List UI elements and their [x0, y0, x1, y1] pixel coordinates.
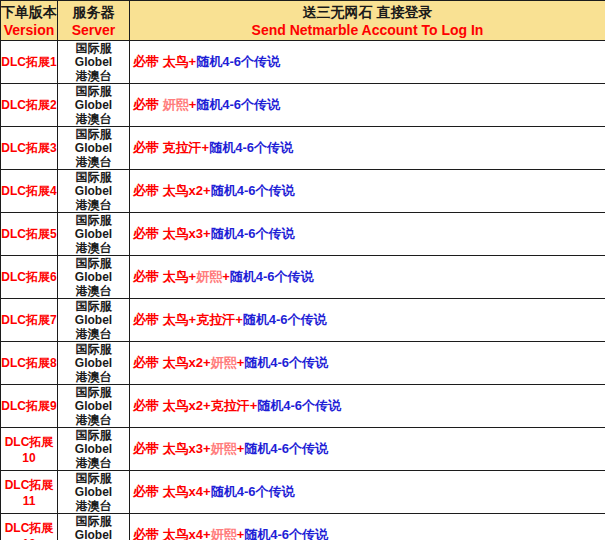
server-line2: 港澳台	[58, 413, 129, 427]
offer-cell: 必带 太鸟x4+随机4-6个传说	[130, 471, 605, 514]
server-line1: 国际服Globel	[58, 256, 129, 284]
server-line2: 港澳台	[58, 198, 129, 212]
version-cell: DLC拓展1	[1, 41, 58, 84]
version-cell: DLC拓展7	[1, 299, 58, 342]
offer-cell: 必带 妍熙+随机4-6个传说	[130, 84, 605, 127]
offer-cell: 必带 太鸟x2+克拉汗+随机4-6个传说	[130, 385, 605, 428]
table-row: DLC拓展12 国际服Globel 港澳台 必带 太鸟x4+妍熙+随机4-6个传…	[1, 514, 605, 540]
server-line1: 国际服Globel	[58, 471, 129, 499]
offer-cell: 必带 太鸟x3+妍熙+随机4-6个传说	[130, 428, 605, 471]
offer-segment: 随机4-6个传说	[211, 183, 295, 198]
table-row: DLC拓展8 国际服Globel 港澳台 必带 太鸟x2+妍熙+随机4-6个传说	[1, 342, 605, 385]
offer-segment: 随机4-6个传说	[196, 54, 280, 69]
server-cell: 国际服Globel 港澳台	[58, 256, 130, 299]
offer-cell: 必带 太鸟+妍熙+随机4-6个传说	[130, 256, 605, 299]
offer-segment: 妍熙	[211, 527, 237, 540]
server-cell: 国际服Globel 港澳台	[58, 84, 130, 127]
header-server-cn: 服务器	[58, 3, 129, 21]
server-line2: 港澳台	[58, 69, 129, 83]
version-cell: DLC拓展6	[1, 256, 58, 299]
version-cell: DLC拓展8	[1, 342, 58, 385]
offer-segment: 必带 太鸟x4+	[133, 484, 211, 499]
offer-segment: 随机4-6个传说	[209, 140, 293, 155]
table-row: DLC拓展7 国际服Globel 港澳台 必带 太鸟+克拉汗+随机4-6个传说	[1, 299, 605, 342]
offer-cell: 必带 太鸟x2+妍熙+随机4-6个传说	[130, 342, 605, 385]
server-cell: 国际服Globel 港澳台	[58, 213, 130, 256]
server-line1: 国际服Globel	[58, 514, 129, 540]
dlc-offer-table: 下单版本 Version 服务器 Server 送三无网石 直接登录 Send …	[0, 0, 605, 540]
header-offer-en: Send Netmarble Account To Log In	[130, 21, 605, 39]
server-line2: 港澳台	[58, 155, 129, 169]
server-line2: 港澳台	[58, 456, 129, 470]
offer-segment: 随机4-6个传说	[211, 484, 295, 499]
offer-segment: 随机4-6个传说	[244, 527, 328, 540]
table-row: DLC拓展5 国际服Globel 港澳台 必带 太鸟x3+随机4-6个传说	[1, 213, 605, 256]
offer-segment: 必带 太鸟+克拉汗+	[133, 312, 243, 327]
server-line1: 国际服Globel	[58, 170, 129, 198]
offer-segment: 妍熙	[211, 355, 237, 370]
server-line2: 港澳台	[58, 370, 129, 384]
table-row: DLC拓展1 国际服Globel 港澳台 必带 太鸟+随机4-6个传说	[1, 41, 605, 84]
offer-cell: 必带 太鸟x2+随机4-6个传说	[130, 170, 605, 213]
offer-segment: 妍熙	[163, 97, 189, 112]
offer-segment: +	[222, 269, 230, 284]
server-cell: 国际服Globel 港澳台	[58, 170, 130, 213]
server-line2: 港澳台	[58, 327, 129, 341]
offer-segment: 必带 太鸟x2+	[133, 183, 211, 198]
version-cell: DLC拓展4	[1, 170, 58, 213]
offer-cell: 必带 太鸟+随机4-6个传说	[130, 41, 605, 84]
header-server-en: Server	[58, 21, 129, 39]
version-cell: DLC拓展11	[1, 471, 58, 514]
version-cell: DLC拓展3	[1, 127, 58, 170]
server-line1: 国际服Globel	[58, 385, 129, 413]
offer-segment: 随机4-6个传说	[244, 355, 328, 370]
table-row: DLC拓展4 国际服Globel 港澳台 必带 太鸟x2+随机4-6个传说	[1, 170, 605, 213]
server-cell: 国际服Globel 港澳台	[58, 299, 130, 342]
server-cell: 国际服Globel 港澳台	[58, 514, 130, 540]
server-cell: 国际服Globel 港澳台	[58, 342, 130, 385]
header-offer: 送三无网石 直接登录 Send Netmarble Account To Log…	[130, 1, 605, 41]
version-cell: DLC拓展10	[1, 428, 58, 471]
server-line1: 国际服Globel	[58, 342, 129, 370]
server-line2: 港澳台	[58, 241, 129, 255]
header-version-cn: 下单版本	[1, 3, 57, 21]
offer-cell: 必带 太鸟x4+妍熙+随机4-6个传说	[130, 514, 605, 540]
offer-segment: 随机4-6个传说	[244, 441, 328, 456]
version-cell: DLC拓展9	[1, 385, 58, 428]
offer-segment: 必带 太鸟+	[133, 54, 196, 69]
version-cell: DLC拓展5	[1, 213, 58, 256]
server-line1: 国际服Globel	[58, 213, 129, 241]
offer-segment: 随机4-6个传说	[243, 312, 327, 327]
offer-segment: 必带 克拉汗+	[133, 140, 209, 155]
server-line1: 国际服Globel	[58, 127, 129, 155]
server-line1: 国际服Globel	[58, 299, 129, 327]
header-server: 服务器 Server	[58, 1, 130, 41]
server-line1: 国际服Globel	[58, 84, 129, 112]
server-line2: 港澳台	[58, 112, 129, 126]
header-row: 下单版本 Version 服务器 Server 送三无网石 直接登录 Send …	[1, 1, 605, 41]
offer-segment: 随机4-6个传说	[211, 226, 295, 241]
server-cell: 国际服Globel 港澳台	[58, 471, 130, 514]
offer-segment: 妍熙	[196, 269, 222, 284]
offer-cell: 必带 太鸟+克拉汗+随机4-6个传说	[130, 299, 605, 342]
server-cell: 国际服Globel 港澳台	[58, 41, 130, 84]
table-row: DLC拓展3 国际服Globel 港澳台 必带 克拉汗+随机4-6个传说	[1, 127, 605, 170]
offer-cell: 必带 克拉汗+随机4-6个传说	[130, 127, 605, 170]
offer-segment: 必带	[133, 97, 163, 112]
server-line1: 国际服Globel	[58, 428, 129, 456]
server-cell: 国际服Globel 港澳台	[58, 385, 130, 428]
server-line1: 国际服Globel	[58, 41, 129, 69]
table-row: DLC拓展6 国际服Globel 港澳台 必带 太鸟+妍熙+随机4-6个传说	[1, 256, 605, 299]
server-cell: 国际服Globel 港澳台	[58, 428, 130, 471]
offer-segment: 妍熙	[211, 441, 237, 456]
table-row: DLC拓展9 国际服Globel 港澳台 必带 太鸟x2+克拉汗+随机4-6个传…	[1, 385, 605, 428]
table-row: DLC拓展10 国际服Globel 港澳台 必带 太鸟x3+妍熙+随机4-6个传…	[1, 428, 605, 471]
header-version: 下单版本 Version	[1, 1, 58, 41]
version-cell: DLC拓展2	[1, 84, 58, 127]
offer-segment: 必带 太鸟x2+克拉汗+	[133, 398, 257, 413]
offer-segment: 随机4-6个传说	[230, 269, 314, 284]
offer-cell: 必带 太鸟x3+随机4-6个传说	[130, 213, 605, 256]
server-cell: 国际服Globel 港澳台	[58, 127, 130, 170]
server-line2: 港澳台	[58, 499, 129, 513]
offer-segment: 必带 太鸟+	[133, 269, 196, 284]
